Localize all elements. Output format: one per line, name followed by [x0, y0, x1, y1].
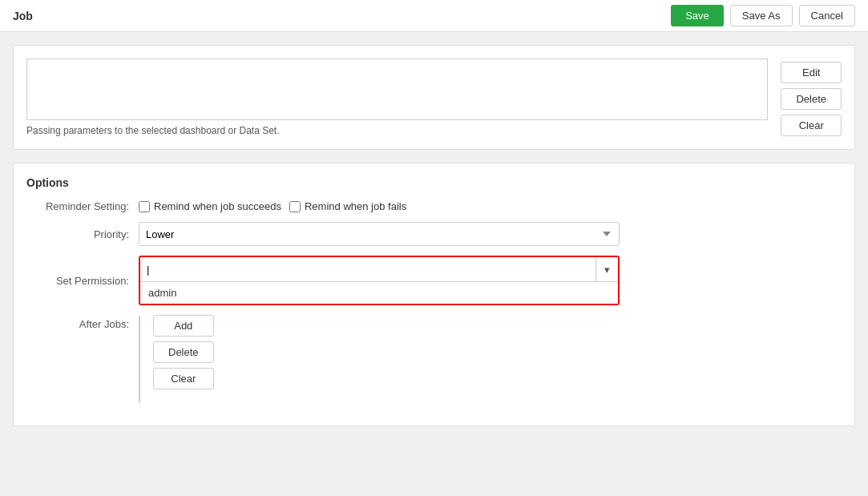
header-actions: Save Save As Cancel — [671, 5, 855, 26]
parameters-card: Passing parameters to the selected dashb… — [13, 45, 855, 150]
clear-button-bottom[interactable]: Clear — [153, 368, 214, 389]
params-buttons: Edit Delete Clear — [781, 58, 842, 136]
permission-row: Set Permission: ▾ admin — [26, 256, 842, 305]
main-content: Passing parameters to the selected dashb… — [0, 32, 868, 439]
priority-select[interactable]: Lower Normal Higher — [139, 222, 620, 246]
edit-button[interactable]: Edit — [781, 62, 842, 83]
permission-control: ▾ admin — [139, 256, 842, 305]
save-button[interactable]: Save — [671, 5, 724, 26]
after-jobs-area: Add Delete Clear — [139, 315, 214, 403]
after-jobs-row: After Jobs: Add Delete Clear — [26, 315, 842, 403]
options-card: Options Reminder Setting: Remind when jo… — [13, 163, 855, 426]
delete-button-after[interactable]: Delete — [153, 341, 214, 363]
after-jobs-buttons: Add Delete Clear — [153, 315, 214, 389]
reminder-row: Reminder Setting: Remind when job succee… — [26, 200, 842, 212]
priority-label: Priority: — [26, 228, 139, 240]
priority-control: Lower Normal Higher — [139, 222, 842, 246]
after-jobs-list[interactable] — [139, 315, 140, 403]
page-title: Job — [13, 10, 33, 22]
chevron-down-icon: ▾ — [604, 264, 610, 276]
app-header: Job Save Save As Cancel — [0, 0, 868, 32]
permission-wrapper: ▾ admin — [139, 256, 620, 305]
remind-fail-label[interactable]: Remind when job fails — [289, 200, 406, 212]
params-hint: Passing parameters to the selected dashb… — [26, 125, 768, 136]
delete-button[interactable]: Delete — [781, 88, 842, 110]
permission-label: Set Permission: — [26, 275, 139, 287]
permission-input-row: ▾ — [140, 257, 618, 282]
remind-success-label[interactable]: Remind when job succeeds — [139, 200, 281, 212]
permission-dropdown-button[interactable]: ▾ — [595, 257, 618, 281]
permission-input[interactable] — [140, 257, 595, 281]
cancel-button[interactable]: Cancel — [799, 5, 855, 26]
after-jobs-label: After Jobs: — [26, 315, 139, 330]
reminder-controls: Remind when job succeeds Remind when job… — [139, 200, 842, 212]
remind-fail-checkbox[interactable] — [289, 201, 301, 212]
remind-success-checkbox[interactable] — [139, 201, 150, 212]
clear-button-top[interactable]: Clear — [781, 115, 842, 136]
permission-option-admin[interactable]: admin — [140, 282, 618, 304]
reminder-label: Reminder Setting: — [26, 200, 139, 212]
params-section: Passing parameters to the selected dashb… — [26, 58, 842, 136]
add-button[interactable]: Add — [153, 315, 214, 337]
params-editor[interactable] — [26, 58, 768, 120]
priority-row: Priority: Lower Normal Higher — [26, 222, 842, 246]
options-title: Options — [26, 176, 842, 189]
save-as-button[interactable]: Save As — [730, 5, 793, 26]
